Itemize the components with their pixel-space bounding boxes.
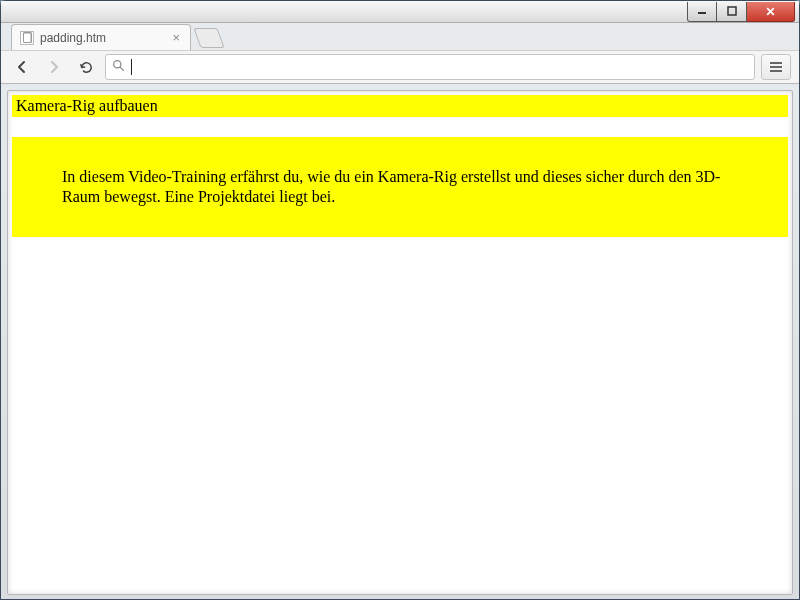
search-icon	[112, 59, 125, 75]
tab-strip: padding.htm ×	[1, 23, 799, 50]
text-cursor	[131, 59, 132, 75]
close-button[interactable]	[747, 2, 795, 22]
window-titlebar	[1, 1, 799, 23]
svg-rect-4	[770, 66, 782, 68]
page-viewport: Kamera-Rig aufbauen In diesem Video-Trai…	[7, 90, 793, 595]
tab-close-icon[interactable]: ×	[170, 30, 182, 45]
new-tab-button[interactable]	[193, 28, 224, 48]
menu-button[interactable]	[761, 54, 791, 80]
browser-toolbar	[1, 50, 799, 84]
maximize-button[interactable]	[717, 2, 747, 22]
page-body-text: In diesem Video-Training erfährst du, wi…	[12, 137, 788, 237]
tab-title: padding.htm	[40, 31, 164, 45]
forward-button[interactable]	[41, 54, 67, 80]
file-icon	[20, 31, 34, 45]
page-heading: Kamera-Rig aufbauen	[12, 95, 788, 117]
browser-window: padding.htm ×	[0, 0, 800, 600]
address-bar[interactable]	[105, 54, 755, 80]
back-button[interactable]	[9, 54, 35, 80]
reload-button[interactable]	[73, 54, 99, 80]
svg-rect-0	[698, 12, 706, 14]
svg-rect-1	[728, 7, 736, 15]
address-input[interactable]	[138, 60, 748, 75]
hamburger-icon	[769, 61, 783, 73]
window-controls	[687, 2, 795, 20]
svg-rect-3	[770, 62, 782, 64]
svg-rect-5	[770, 70, 782, 72]
minimize-button[interactable]	[687, 2, 717, 22]
browser-tab[interactable]: padding.htm ×	[11, 24, 191, 50]
page-content: Kamera-Rig aufbauen In diesem Video-Trai…	[8, 91, 792, 594]
